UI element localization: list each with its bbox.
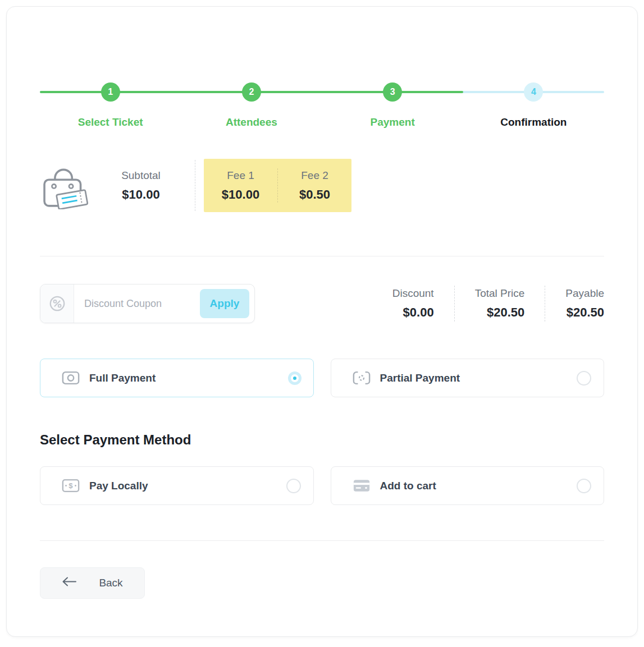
credit-card-icon [353, 479, 371, 493]
total-price-label: Total Price [475, 287, 525, 300]
discount-label: Discount [392, 287, 434, 300]
radio-full-payment[interactable] [291, 374, 299, 382]
subtotal-value: $10.00 [107, 187, 175, 202]
discount-coupon-box: Apply [40, 284, 255, 323]
apply-coupon-button[interactable]: Apply [200, 289, 249, 318]
subtotal-block: Subtotal $10.00 [107, 169, 175, 202]
step-number-badge: 2 [242, 82, 261, 102]
step-select-ticket[interactable]: 1 Select Ticket [40, 82, 181, 129]
total-price-value: $20.50 [475, 305, 525, 320]
banknote-coin-icon [62, 371, 80, 385]
section-divider [40, 256, 604, 256]
order-summary: Subtotal $10.00 Fee 1 $10.00 Fee 2 $0.50 [40, 159, 604, 212]
svg-text:$: $ [68, 481, 73, 490]
left-arrow-icon [62, 577, 76, 589]
back-button-label: Back [99, 577, 122, 589]
partial-coin-icon [353, 371, 371, 385]
discount-value: $0.00 [392, 305, 434, 320]
payable-block: Payable $20.50 [545, 287, 604, 320]
step-label: Confirmation [500, 116, 567, 129]
radio-pay-locally[interactable] [286, 479, 301, 493]
fee-1-value: $10.00 [204, 187, 277, 202]
option-label: Add to cart [380, 480, 577, 492]
discount-coupon-input[interactable] [74, 298, 200, 310]
totals-summary: Discount $0.00 Total Price $20.50 Payabl… [372, 285, 604, 323]
coupon-totals-row: Apply Discount $0.00 Total Price $20.50 … [40, 284, 604, 323]
total-price-block: Total Price $20.50 [455, 287, 525, 320]
step-label: Payment [371, 116, 415, 129]
step-label: Select Ticket [78, 116, 143, 129]
step-number-badge: 1 [101, 82, 120, 102]
partial-payment-option[interactable]: Partial Payment [331, 359, 605, 397]
subtotal-label: Subtotal [107, 169, 175, 182]
option-label: Pay Locally [89, 480, 286, 492]
back-button[interactable]: Back [40, 567, 145, 599]
full-payment-option[interactable]: Full Payment [40, 359, 314, 397]
radio-partial-payment[interactable] [577, 371, 591, 386]
payment-method-options: $ Pay Locally Add to ca [40, 466, 604, 505]
option-label: Partial Payment [380, 372, 577, 384]
fee-1-block: Fee 1 $10.00 [204, 169, 277, 202]
step-confirmation[interactable]: 4 Confirmation [463, 82, 604, 129]
discount-total-block: Discount $0.00 [372, 287, 434, 320]
bag-ticket-icon [40, 162, 94, 209]
fee-2-label: Fee 2 [278, 169, 351, 182]
step-number-badge: 4 [524, 82, 543, 102]
select-payment-method-heading: Select Payment Method [40, 432, 604, 448]
checkout-stepper: 1 Select Ticket 2 Attendees 3 Payment 4 … [40, 82, 604, 129]
fee-1-label: Fee 1 [204, 169, 277, 182]
step-number-badge: 3 [383, 82, 402, 102]
option-label: Full Payment [89, 372, 291, 384]
section-divider [40, 540, 604, 541]
radio-add-to-cart[interactable] [577, 479, 591, 493]
percent-badge-icon [40, 285, 74, 323]
divider-dashed-vertical [195, 160, 195, 211]
step-payment[interactable]: 3 Payment [322, 82, 463, 129]
step-label: Attendees [226, 116, 277, 129]
pay-locally-option[interactable]: $ Pay Locally [40, 466, 314, 505]
cash-icon: $ [62, 479, 80, 493]
fees-highlight-box: Fee 1 $10.00 Fee 2 $0.50 [204, 159, 351, 212]
fee-2-block: Fee 2 $0.50 [278, 169, 351, 202]
checkout-card: 1 Select Ticket 2 Attendees 3 Payment 4 … [6, 6, 638, 637]
payable-value: $20.50 [565, 305, 604, 320]
add-to-cart-option[interactable]: Add to cart [331, 466, 605, 505]
payable-label: Payable [565, 287, 604, 300]
step-attendees[interactable]: 2 Attendees [181, 82, 322, 129]
fee-2-value: $0.50 [278, 187, 351, 202]
payment-type-options: Full Payment Partial Payment [40, 359, 604, 397]
